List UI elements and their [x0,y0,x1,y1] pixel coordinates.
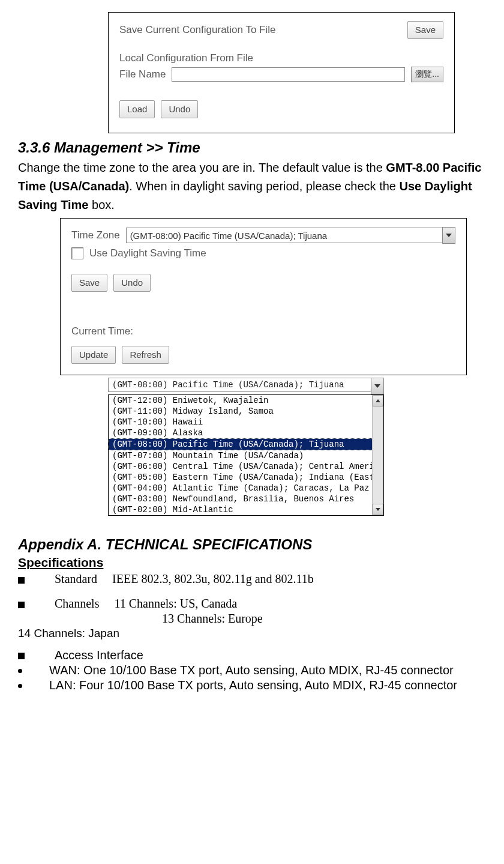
text-run: box. [88,198,114,211]
spec-item-access-interface: Access Interface [18,648,486,662]
spec-item-channels: Channels 11 Channels: US, Canada [18,597,486,611]
time-zone-option[interactable]: (GMT-06:00) Central Time (USA/Canada); C… [109,461,373,472]
undo-button-time[interactable]: Undo [113,274,151,292]
update-button[interactable]: Update [71,346,116,364]
section-body-time: Change the time zone to the area you are… [18,159,486,214]
time-zone-option[interactable]: (GMT-12:00) Eniwetok, Kwajalein [109,395,373,406]
save-config-label: Save Current Configuration To File [119,24,276,36]
spec-item-lan: LAN: Four 10/100 Base TX ports, Auto sen… [18,678,486,692]
file-name-label: File Name [119,68,166,80]
time-zone-listbox[interactable]: (GMT-12:00) Eniwetok, Kwajalein(GMT-11:0… [108,394,384,516]
dot-bullet-icon [18,669,22,673]
time-panel: Time Zone (GMT-08:00) Pacific Time (USA/… [60,218,467,375]
time-zone-option[interactable]: (GMT-10:00) Hawaii [109,417,373,427]
time-zone-value: (GMT-08:00) Pacific Time (USA/Canada); T… [126,228,442,243]
refresh-button[interactable]: Refresh [122,346,169,364]
spec-channels-europe: 13 Channels: Europe [162,612,486,626]
dst-label: Use Daylight Saving Time [89,247,206,259]
local-config-label: Local Configuration From File [119,52,443,64]
specifications-heading: Specifications [18,555,486,570]
scroll-up-button[interactable] [373,395,383,406]
save-button[interactable]: Save [407,21,443,39]
time-zone-option[interactable]: (GMT-03:00) Newfoundland, Brasilia, Buen… [109,494,373,504]
browse-button[interactable]: 瀏覽... [411,67,443,82]
section-heading-time: 3.3.6 Management >> Time [18,139,486,156]
square-bullet-icon [18,653,25,659]
dst-checkbox[interactable] [71,247,83,259]
undo-button[interactable]: Undo [161,100,198,118]
scrollbar[interactable] [372,395,383,515]
svg-marker-1 [374,384,380,388]
time-zone-dropdown-open: (GMT-08:00) Pacific Time (USA/Canada); T… [108,378,384,516]
spec-item-wan: WAN: One 10/100 Base TX port, Auto sensi… [18,663,486,677]
chevron-down-icon [374,384,380,388]
svg-marker-2 [376,399,380,402]
file-name-input[interactable] [172,67,405,82]
time-zone-option[interactable]: (GMT-08:00) Pacific Time (USA/Canada); T… [109,438,373,450]
current-time-label: Current Time: [71,325,455,337]
text-run: Change the time zone to the area you are… [18,161,386,174]
chevron-down-icon [376,508,380,511]
chevron-up-icon [376,399,380,402]
scroll-down-button[interactable] [373,504,383,515]
spec-standard-text: Standard IEEE 802.3, 802.3u, 802.11g and… [55,572,314,585]
time-zone-select[interactable]: (GMT-08:00) Pacific Time (USA/Canada); T… [126,227,455,244]
appendix-heading: Appendix A. TECHNICAL SPECIFICATIONS [18,536,486,553]
svg-marker-0 [446,234,452,237]
config-file-panel: Save Current Configuration To File Save … [108,12,455,133]
spec-access-interface-text: Access Interface [55,648,143,662]
spec-lan-text: LAN: Four 10/100 Base TX ports, Auto sen… [49,678,457,692]
chevron-down-icon [446,234,452,237]
time-zone-label: Time Zone [71,229,120,241]
time-zone-option[interactable]: (GMT-04:00) Atlantic Time (Canada); Cara… [109,483,373,494]
dropdown-button-open[interactable] [371,378,384,394]
spec-channels-text: Channels 11 Channels: US, Canada [55,597,237,610]
spec-item-standard: Standard IEEE 802.3, 802.3u, 802.11g and… [18,572,486,586]
text-run: . When in daylight saving period, please… [129,180,399,193]
time-zone-option[interactable]: (GMT-02:00) Mid-Atlantic [109,504,373,515]
load-button[interactable]: Load [119,100,155,118]
square-bullet-icon [18,577,25,584]
time-zone-selected-text: (GMT-08:00) Pacific Time (USA/Canada); T… [108,378,371,392]
time-zone-option[interactable]: (GMT-11:00) Midway Island, Samoa [109,406,373,417]
time-zone-option[interactable]: (GMT-05:00) Eastern Time (USA/Canada); I… [109,472,373,483]
time-zone-option[interactable]: (GMT-07:00) Mountain Time (USA/Canada) [109,450,373,461]
time-zone-option[interactable]: (GMT-09:00) Alaska [109,427,373,438]
spec-channels-japan: 14 Channels: Japan [18,627,486,640]
dropdown-button[interactable] [442,227,455,244]
save-button-time[interactable]: Save [71,274,107,292]
dot-bullet-icon [18,684,22,688]
svg-marker-3 [376,508,380,511]
spec-wan-text: WAN: One 10/100 Base TX port, Auto sensi… [49,663,454,677]
square-bullet-icon [18,602,25,608]
